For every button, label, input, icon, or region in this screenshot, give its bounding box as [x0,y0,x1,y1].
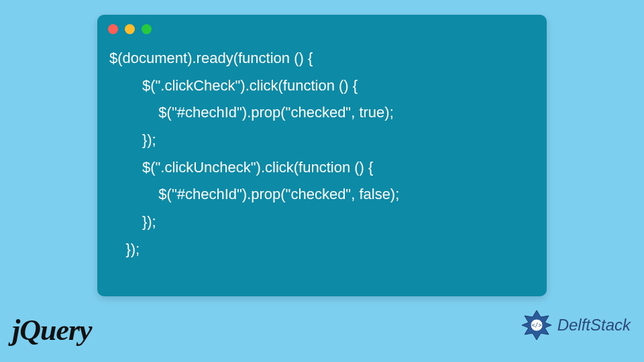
code-line: $(".clickCheck").click(function () { [109,77,358,94]
delftstack-logo: </> DelftStack [520,308,631,342]
window-controls [97,15,547,40]
code-line: $(".clickUncheck").click(function () { [109,159,373,176]
close-icon [108,24,118,34]
maximize-icon [142,24,152,34]
code-line: }); [109,241,140,257]
code-line: $(document).ready(function () { [109,50,313,66]
delftstack-text: DelftStack [557,316,631,335]
code-line: }); [109,213,156,230]
code-line: $("#chechId").prop("checked", false); [109,186,399,202]
delftstack-emblem-icon: </> [520,308,553,342]
jquery-logo: jQuery [12,313,92,347]
code-line: $("#chechId").prop("checked", true); [109,104,394,121]
svg-text:</>: </> [531,322,541,328]
code-content: $(document).ready(function () { $(".clic… [97,40,547,276]
code-window: $(document).ready(function () { $(".clic… [97,15,547,296]
minimize-icon [125,24,135,34]
code-line: }); [109,131,156,148]
